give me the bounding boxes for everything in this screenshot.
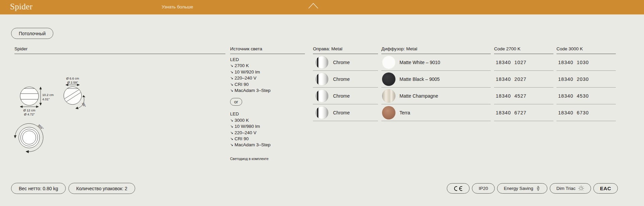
dim-triac-badge: Dim Triac — [550, 183, 591, 194]
frame-finish-label: Chrome — [333, 76, 350, 82]
spec-voltage: 220–240 V — [234, 75, 256, 81]
column-header-product: Spider — [14, 46, 225, 54]
diffuser-finish-label: Terra — [399, 110, 410, 115]
product-code: 18340 4530 — [556, 93, 589, 99]
product-code: 18340 4527 — [494, 93, 527, 99]
ce-badge — [447, 183, 470, 194]
dim-head-diameter-cm: Ø 6.6 cm — [66, 76, 79, 80]
matte-white-swatch-icon — [382, 56, 395, 69]
table-row: Matte Black – 9005 — [381, 71, 491, 88]
energy-saving-label: Energy Saving — [504, 186, 533, 191]
column-header-light-source: Источник света — [230, 46, 305, 54]
frame-finish-label: Chrome — [333, 110, 350, 115]
dim-triac-label: Dim Triac — [556, 186, 576, 191]
frame-column: Chrome Chrome Chrome Chrome — [313, 54, 378, 121]
frame-finish-label: Chrome — [333, 93, 350, 99]
category-label: Потолочный — [19, 31, 46, 36]
table-row: 18340 1027 — [494, 54, 553, 71]
spec-arrow-icon: ↘ — [230, 130, 233, 136]
table-row: 18340 1030 — [556, 54, 616, 71]
product-code: 18340 2027 — [494, 76, 527, 82]
spec-arrow-icon: ↘ — [230, 117, 233, 123]
spec-arrow-icon: ↘ — [230, 81, 233, 87]
matte-champagne-swatch-icon — [382, 89, 395, 103]
dim-height-cm: 10.2 cm — [42, 93, 54, 97]
chrome-swatch-icon — [316, 73, 328, 86]
certification-badges: IP20 Energy Saving Dim Triac — [447, 183, 618, 194]
column-header-code-3000: Code 3000 K — [556, 46, 616, 54]
matte-black-swatch-icon — [382, 72, 395, 86]
spec-power: 10 W/980 lm — [234, 123, 260, 130]
table-row: 18340 4527 — [494, 88, 553, 104]
diffuser-finish-label: Matte Black – 9005 — [399, 76, 440, 82]
packages-label: Количество упаковок: 2 — [76, 186, 127, 191]
chrome-swatch-icon — [316, 90, 328, 102]
packages-pill: Количество упаковок: 2 — [68, 183, 135, 194]
product-code: 18340 6730 — [556, 110, 589, 115]
chrome-swatch-icon — [316, 56, 328, 69]
product-code: 18340 1030 — [556, 60, 589, 65]
column-header-diffuser: Диффузор: Metal — [381, 46, 491, 54]
spec-macadam: MacAdam 3–Step — [234, 142, 270, 148]
led-included-note: Светодиод в комплекте — [230, 157, 305, 161]
energy-saving-badge: Energy Saving — [497, 183, 547, 194]
dim-tilt-angle: 38° — [81, 102, 87, 108]
spec-cri: CRI 90 — [234, 82, 249, 88]
table-row: 18340 2030 — [556, 71, 616, 88]
dimmer-dial-icon — [578, 185, 584, 192]
chrome-swatch-icon — [316, 106, 328, 119]
collapse-chevron-icon[interactable] — [308, 2, 319, 9]
product-code: 18340 1027 — [494, 60, 527, 65]
product-meta: Вес нетто: 0.80 kg Количество упаковок: … — [11, 183, 135, 194]
eac-mark-icon: EAC — [600, 186, 611, 191]
light-source-column: LED ↘2700 K ↘10 W/920 lm ↘220–240 V ↘CRI… — [230, 57, 305, 161]
spec-cri: CRI 90 — [234, 136, 249, 142]
table-row: Chrome — [313, 71, 378, 88]
column-header-frame: Оправа: Metal — [313, 46, 378, 54]
code-2700-column: 18340 1027 18340 2027 18340 4527 18340 6… — [494, 54, 553, 121]
spec-color-temp: 2700 K — [234, 63, 249, 69]
terra-swatch-icon — [382, 106, 395, 119]
diffuser-finish-label: Matte Champagne — [399, 93, 438, 99]
ip20-label: IP20 — [479, 186, 488, 191]
spec-voltage: 220–240 V — [234, 130, 256, 136]
table-row: Chrome — [313, 88, 378, 104]
spec-arrow-icon: ↘ — [230, 75, 233, 81]
led-block1-title: LED — [230, 57, 305, 63]
header-bar: Spider Узнать больше — [0, 0, 644, 14]
dim-head-diameter-in: Ø 2.59" — [67, 81, 78, 84]
product-code: 18340 2030 — [556, 76, 589, 82]
table-row: Terra — [381, 104, 491, 121]
spec-power: 10 W/920 lm — [234, 69, 260, 75]
table-row: Chrome — [313, 104, 378, 121]
code-3000-column: 18340 1030 18340 2030 18340 4530 18340 6… — [556, 54, 616, 121]
table-row: Matte White – 9010 — [381, 54, 491, 71]
category-pill-ceiling[interactable]: Потолочный — [11, 28, 53, 39]
ip20-badge: IP20 — [472, 183, 495, 194]
ce-mark-icon — [453, 186, 463, 191]
diffuser-column: Matte White – 9010 Matte Black – 9005 Ma… — [381, 54, 491, 121]
table-row: Chrome — [313, 54, 378, 71]
spec-macadam: MacAdam 3–Step — [234, 88, 270, 94]
spec-arrow-icon: ↘ — [230, 136, 233, 142]
net-weight-label: Вес нетто: 0.80 kg — [19, 186, 58, 191]
learn-more-link[interactable]: Узнать больше — [162, 4, 193, 9]
table-row: 18340 2027 — [494, 71, 553, 88]
spec-color-temp: 3000 K — [234, 117, 249, 123]
led-block2-title: LED — [230, 111, 305, 117]
diffuser-finish-label: Matte White – 9010 — [399, 60, 440, 65]
dim-height-in: 4.01" — [42, 97, 50, 101]
table-row: 18340 4530 — [556, 88, 616, 104]
spec-arrow-icon: ↘ — [230, 62, 233, 68]
spec-arrow-icon: ↘ — [230, 142, 233, 148]
column-header-code-2700: Code 2700 K — [494, 46, 553, 54]
spec-arrow-icon: ↘ — [230, 69, 233, 75]
frame-finish-label: Chrome — [333, 60, 350, 65]
table-row: 18340 6727 — [494, 104, 553, 121]
eac-badge: EAC — [593, 183, 618, 194]
table-row: 18340 6730 — [556, 104, 616, 121]
brand-wordmark: Spider — [10, 2, 33, 11]
leaf-icon — [536, 186, 541, 191]
spec-arrow-icon: ↘ — [230, 123, 233, 129]
product-code: 18340 6727 — [494, 110, 527, 115]
